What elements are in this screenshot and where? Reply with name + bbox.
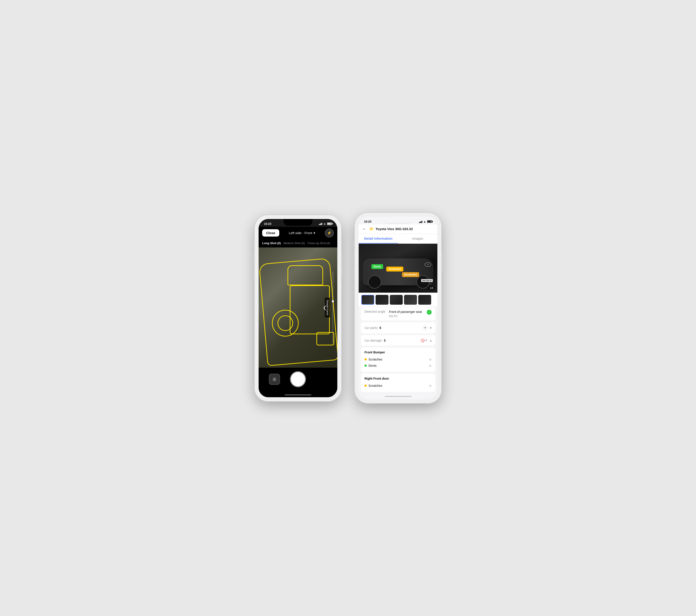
scratches-label-2: Scratches [368,384,382,387]
dot-yellow-icon [364,358,367,360]
location-selector[interactable]: Left side - Front ▾ [289,231,315,235]
power-button[interactable] [441,253,443,273]
detected-angle-by: (by AI) [389,314,397,318]
thumbnail-2[interactable] [376,295,389,305]
eye-icon[interactable]: 👁 [423,325,428,330]
damage-label-scratches-1: Scratches [386,267,404,272]
damage-label-dents: Dents [371,264,383,269]
chevron-down-icon: ▾ [314,231,315,235]
tab-long-shot[interactable]: Long Shot (0) [262,241,281,245]
notch [383,217,412,224]
scratches-label: Scratches [368,358,382,361]
signal-icon [419,220,422,223]
camera-header: Close Left side - Front ▾ ⚡ [258,227,337,240]
folder-icon: 📁 [369,227,374,231]
right-front-door-title: Right Front door [364,377,432,380]
car-damage-section: Car damage: 3 🚫👁 ▴ [361,335,435,345]
front-bumper-title: Front Bumper [364,351,432,354]
battery-icon [427,220,432,223]
phone-detail: 10:23 ▲ ← 📁 Toyo [355,213,441,403]
gallery-icon: ⊞ [273,376,276,382]
car-damage-row: Car damage: 3 🚫👁 ▴ [364,338,432,342]
scroll-thumb [332,300,334,303]
ai-check-icon: ✓ [427,310,432,315]
eye-slash-door-scratches[interactable]: ⊘ [429,384,432,387]
front-bumper-section: Front Bumper Scratches ⊘ Dents ⊘ [361,348,435,372]
dents-label: Dents [368,364,377,367]
power-button[interactable] [341,255,343,275]
eye-slash-scratches[interactable]: ⊘ [429,358,432,361]
detail-screen: 10:23 ▲ ← 📁 Toyo [359,217,438,399]
car-damage-count: 3 [384,339,385,342]
battery-icon [327,222,332,225]
eye-slash-icon[interactable]: 🚫👁 [421,339,428,342]
shutter-button[interactable] [290,371,306,387]
gallery-button[interactable]: ⊞ [269,374,280,385]
thumbnail-3[interactable] [390,295,403,305]
front-bumper-dents: Dents ⊘ [364,363,432,369]
car-parts-count: 6 [379,326,381,329]
right-front-door-scratches-left: Scratches [364,384,382,387]
chevron-down-icon[interactable]: ▾ [430,326,432,330]
flash-button[interactable]: ⚡ [325,229,334,237]
volume-up-button[interactable] [353,249,355,263]
shutter-inner [292,373,304,385]
thumbnail-4[interactable] [404,295,417,305]
camera-viewport: Straight frame ❮ [258,247,337,368]
car-parts-label: Car parts: [364,326,378,329]
mute-button[interactable] [253,242,255,249]
car-parts-count-row: Car parts: 6 [364,326,381,329]
home-bar [359,394,438,399]
right-front-door-scratches: Scratches ⊘ [364,383,432,389]
front-bumper-dents-left: Dents [364,364,377,367]
tab-images[interactable]: Images [398,234,438,244]
detail-tabs: Detail information Images [359,234,438,244]
tab-closeup-shot[interactable]: Close-up Shot (0) [307,241,330,245]
volume-down-button[interactable] [353,266,355,279]
chevron-up-icon[interactable]: ▴ [430,338,432,342]
tab-medium-shot[interactable]: Medium Shot (0) [284,241,305,245]
thumbnail-5[interactable] [418,295,431,305]
wifi-icon: ▲ [323,222,326,225]
detected-angle-row: Detected angle Front of passenger seat (… [364,310,432,318]
mute-button[interactable] [353,240,355,247]
front-bumper-scratches-left: Scratches [364,358,382,361]
image-counter: 1/5 [428,286,435,290]
car-detail-image[interactable]: ⊕ 30G-333.33 Dents Scratches Scratches 1… [359,244,438,293]
front-bumper-scratches: Scratches ⊘ [364,356,432,363]
back-button[interactable]: ← [362,226,367,231]
time-display: 10:23 [264,222,271,226]
time-display: 10:23 [364,220,371,223]
volume-up-button[interactable] [253,252,255,265]
scroll-track [332,272,333,344]
detail-header: ← 📁 Toyota Vios 30G-333.33 [359,225,438,234]
car-damage-actions: 🚫👁 ▴ [421,338,432,342]
home-indicator [385,396,411,397]
detected-angle-value-row: Front of passenger seat (by AI) ✓ [387,310,432,318]
close-button[interactable]: Close [262,229,279,236]
home-bar [258,392,337,397]
location-label: Left side - Front [289,231,312,235]
license-plate: 30G-333.33 [421,279,433,282]
car-parts-actions: 👁 ▾ [423,325,432,330]
toyota-logo: ⊕ [425,262,431,267]
thumbnail-1[interactable] [361,295,374,305]
camera-screen: 10:23 ▲ Close [258,219,337,397]
notch [284,219,313,226]
car-wheel-right [416,275,430,289]
dot-green-icon [364,365,367,367]
tab-detail-information[interactable]: Detail information [359,234,398,244]
fender-outline [316,332,334,345]
right-front-door-section: Right Front door Scratches ⊘ [361,374,435,392]
volume-down-button[interactable] [253,268,255,282]
chevron-right-icon: ❮ [323,305,327,310]
status-icons: ▲ [419,220,432,223]
car-damage-label: Car damage: [364,339,382,342]
eye-slash-dents[interactable]: ⊘ [429,364,432,367]
page-title: Toyota Vios 30G-333.33 [376,227,413,231]
wifi-icon: ▲ [423,220,426,223]
signal-icon [319,222,322,225]
car-damage-count-row: Car damage: 3 [364,339,385,342]
camera-footer: ⊞ [258,368,337,392]
status-icons: ▲ [319,222,332,225]
